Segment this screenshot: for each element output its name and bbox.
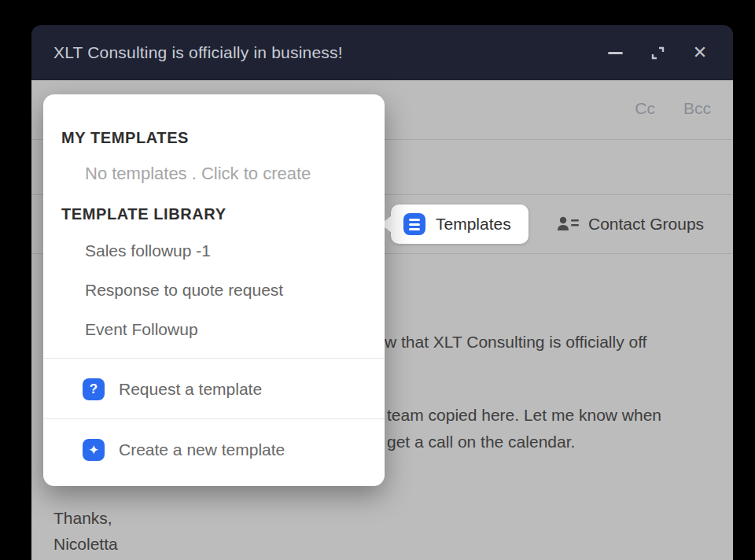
template-library-heading: TEMPLATE LIBRARY: [61, 205, 226, 223]
request-template-button[interactable]: ? Request a template: [83, 372, 369, 407]
close-button[interactable]: ✕: [691, 43, 709, 62]
compose-titlebar: XLT Consulting is officially in business…: [31, 25, 733, 80]
sparkle-plus-icon: ✦: [83, 439, 105, 461]
window-controls: ✕: [606, 43, 709, 62]
templates-button[interactable]: Templates: [391, 204, 528, 244]
no-templates-create-link[interactable]: No templates . Click to create: [85, 164, 311, 184]
library-item-response-quote[interactable]: Response to quote request: [85, 281, 283, 300]
email-body-line: w that XLT Consulting is officially off: [385, 333, 646, 352]
compose-subject-title: XLT Consulting is officially in business…: [53, 43, 343, 62]
templates-popup: MY TEMPLATES No templates . Click to cre…: [43, 94, 385, 486]
email-body-line: team copied here. Let me know when: [387, 406, 661, 425]
contact-groups-button[interactable]: Contact Groups: [557, 204, 704, 244]
templates-button-label: Templates: [436, 215, 511, 234]
contact-groups-label: Contact Groups: [588, 215, 704, 234]
popup-divider: [43, 358, 385, 359]
email-signature-line: Thanks,: [53, 509, 112, 528]
cc-button[interactable]: Cc: [635, 99, 655, 118]
recipient-options: Cc Bcc: [635, 99, 711, 118]
email-body-line: get a call on the calendar.: [387, 433, 575, 451]
my-templates-heading: MY TEMPLATES: [61, 129, 189, 147]
contact-groups-icon: [557, 215, 580, 234]
library-item-sales-followup[interactable]: Sales followup -1: [85, 241, 211, 260]
minimize-icon: [608, 52, 623, 54]
expand-icon: [650, 45, 666, 61]
request-template-label: Request a template: [119, 380, 262, 399]
expand-button[interactable]: [648, 43, 667, 62]
question-icon: ?: [83, 378, 105, 400]
bcc-button[interactable]: Bcc: [683, 99, 711, 118]
email-signature-line: Nicoletta: [53, 535, 118, 554]
minimize-button[interactable]: [606, 43, 624, 62]
create-template-button[interactable]: ✦ Create a new template: [83, 433, 369, 467]
templates-doc-icon: [403, 213, 425, 235]
library-item-event-followup[interactable]: Event Followup: [85, 320, 198, 339]
close-icon: ✕: [693, 44, 707, 61]
create-template-label: Create a new template: [119, 440, 285, 459]
popup-divider: [43, 418, 385, 419]
